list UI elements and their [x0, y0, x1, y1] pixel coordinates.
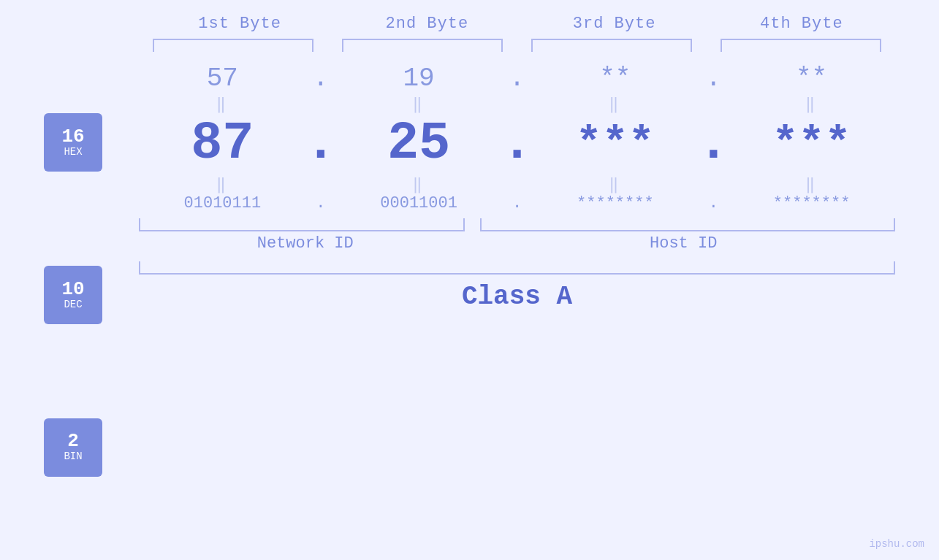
- hex-v1-cell: 57: [139, 64, 306, 93]
- bin-dot2-cell: .: [503, 194, 532, 212]
- host-id-label: Host ID: [650, 234, 717, 253]
- class-label: Class A: [139, 282, 895, 312]
- bin-v3: ********: [577, 194, 654, 212]
- hex-dot1-cell: .: [306, 64, 335, 93]
- bin-badge: 2 BIN: [44, 418, 102, 477]
- bin-v2: 00011001: [380, 194, 457, 212]
- dec-v1: 87: [191, 114, 254, 174]
- bin-dot3: .: [709, 194, 718, 212]
- hex-v2-cell: 19: [335, 64, 503, 93]
- dec-dot2: .: [501, 114, 533, 174]
- dec-dot1: .: [305, 114, 336, 174]
- watermark: ipshu.com: [869, 538, 924, 550]
- bottom-bracket-network: [139, 218, 465, 231]
- hex-row: 57 . 19 . ** . **: [139, 64, 895, 93]
- main-grid: 16 HEX 10 DEC 2 BIN 57 .: [44, 52, 895, 545]
- hex-v3-cell: **: [532, 64, 699, 93]
- bin-v4-cell: ********: [728, 194, 895, 212]
- dec-row: 87 . 25 . *** . ***: [139, 114, 895, 174]
- dec-badge: 10 DEC: [44, 266, 102, 324]
- hex-v4: **: [796, 64, 827, 93]
- dec-v3: ***: [576, 119, 655, 169]
- hex-v2: 19: [403, 64, 435, 93]
- byte2-header: 2nd Byte: [333, 15, 520, 33]
- bin-v1: 01010111: [184, 194, 262, 212]
- network-host-labels: Network ID Host ID: [139, 234, 895, 253]
- bin-v4: ********: [773, 194, 851, 212]
- top-bracket-2: [342, 39, 503, 52]
- hex-dot2: .: [509, 64, 525, 93]
- top-bracket-3: [531, 39, 692, 52]
- full-bottom-bracket: [139, 261, 895, 275]
- bin-dot2: .: [512, 194, 522, 212]
- bottom-bracket-host: [480, 218, 895, 231]
- dec-v1-cell: 87: [139, 114, 306, 174]
- byte1-header: 1st Byte: [146, 15, 333, 33]
- hex-dot1: .: [313, 64, 329, 93]
- hex-badge: 16 HEX: [44, 113, 102, 172]
- main-container: 1st Byte 2nd Byte 3rd Byte 4th Byte 16 H…: [0, 0, 939, 560]
- network-id-label: Network ID: [257, 234, 354, 253]
- top-bracket-1: [153, 39, 313, 52]
- bin-row: 01010111 . 00011001 . ******** .: [139, 194, 895, 212]
- content-area: 57 . 19 . ** . **: [139, 52, 895, 545]
- hex-v1: 57: [207, 64, 238, 93]
- dec-v4-cell: ***: [728, 119, 895, 169]
- bin-v1-cell: 01010111: [139, 194, 306, 212]
- hex-dot3: .: [705, 64, 721, 93]
- byte4-header: 4th Byte: [708, 15, 895, 33]
- dec-dot3: .: [698, 114, 729, 174]
- parallel-1: ‖ ‖ ‖ ‖: [139, 93, 895, 114]
- bin-v3-cell: ********: [532, 194, 699, 212]
- dec-dot1-cell: .: [306, 114, 335, 174]
- hex-v4-cell: **: [728, 64, 895, 93]
- dec-dot3-cell: .: [699, 114, 728, 174]
- parallel-2: ‖ ‖ ‖ ‖: [139, 174, 895, 194]
- top-bracket-4: [721, 39, 881, 52]
- bin-dot1: .: [316, 194, 325, 212]
- hex-dot2-cell: .: [503, 64, 532, 93]
- hex-v3: **: [599, 64, 631, 93]
- dec-dot2-cell: .: [503, 114, 532, 174]
- hex-dot3-cell: .: [699, 64, 728, 93]
- bin-dot3-cell: .: [699, 194, 728, 212]
- byte3-header: 3rd Byte: [521, 15, 708, 33]
- dec-v2: 25: [387, 114, 450, 174]
- dec-v4: ***: [772, 119, 851, 169]
- bin-v2-cell: 00011001: [335, 194, 503, 212]
- dec-v3-cell: ***: [532, 119, 699, 169]
- dec-v2-cell: 25: [335, 114, 503, 174]
- bottom-brackets-row: [139, 218, 895, 231]
- bin-dot1-cell: .: [306, 194, 335, 212]
- byte-headers: 1st Byte 2nd Byte 3rd Byte 4th Byte: [44, 15, 895, 33]
- base-labels: 16 HEX 10 DEC 2 BIN: [44, 52, 139, 545]
